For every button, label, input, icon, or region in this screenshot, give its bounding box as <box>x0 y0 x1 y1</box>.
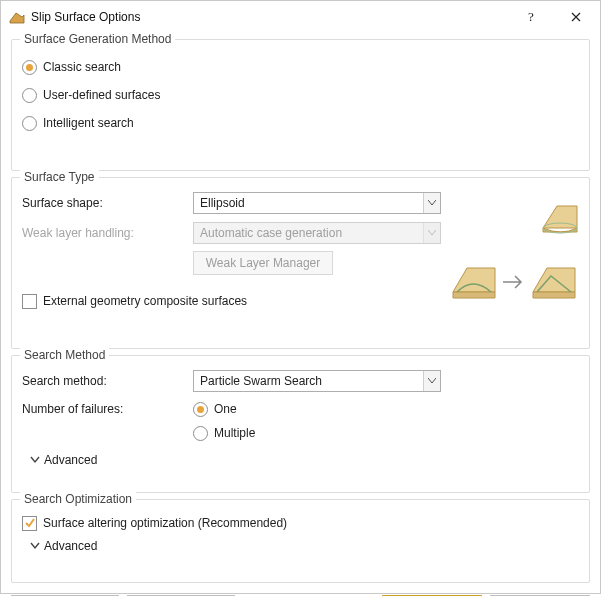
group-search-optimization: Search Optimization Surface altering opt… <box>11 499 590 583</box>
expander-label: Advanced <box>44 539 97 553</box>
help-button[interactable]: ? <box>510 2 554 32</box>
radio-failures-multiple[interactable]: Multiple <box>193 422 255 444</box>
chevron-down-icon <box>423 193 440 213</box>
titlebar: Slip Surface Options ? <box>1 1 600 33</box>
dialog-body: Surface Generation Method Classic search… <box>1 33 600 591</box>
dialog-footer: Filters Defaults... OK Cancel <box>1 591 600 596</box>
radio-icon <box>22 60 37 75</box>
checkbox-icon <box>22 516 37 531</box>
combo-value: Ellipsoid <box>200 196 245 210</box>
radio-label: Classic search <box>43 60 121 74</box>
radio-label: User-defined surfaces <box>43 88 160 102</box>
group-search-optimization-legend: Search Optimization <box>20 492 136 506</box>
group-search-method-legend: Search Method <box>20 348 109 362</box>
combo-search-method[interactable]: Particle Swarm Search <box>193 370 441 392</box>
radio-icon <box>22 116 37 131</box>
checkbox-label: External geometry composite surfaces <box>43 294 247 308</box>
radio-failures-one[interactable]: One <box>193 398 237 420</box>
composite-illustration-icon <box>451 262 581 302</box>
ellipsoid-illustration-icon <box>541 202 581 236</box>
chevron-down-icon <box>423 223 440 243</box>
combo-value: Particle Swarm Search <box>200 374 322 388</box>
combo-value: Automatic case generation <box>200 226 342 240</box>
expander-search-optimization-advanced[interactable]: Advanced <box>30 536 579 556</box>
expander-label: Advanced <box>44 453 97 467</box>
chevron-down-icon <box>423 371 440 391</box>
checkbox-icon <box>22 294 37 309</box>
dialog-title: Slip Surface Options <box>31 10 510 24</box>
radio-label: One <box>214 402 237 416</box>
close-button[interactable] <box>554 2 598 32</box>
label-surface-shape: Surface shape: <box>22 196 187 210</box>
radio-icon <box>193 402 208 417</box>
button-weak-layer-manager: Weak Layer Manager <box>193 251 333 275</box>
radio-classic-search[interactable]: Classic search <box>22 56 579 78</box>
label-search-method: Search method: <box>22 374 187 388</box>
label-weak-layer-handling: Weak layer handling: <box>22 226 187 240</box>
group-surface-generation: Surface Generation Method Classic search… <box>11 39 590 171</box>
radio-label: Multiple <box>214 426 255 440</box>
app-icon <box>9 9 25 25</box>
checkbox-surface-altering-optimization[interactable]: Surface altering optimization (Recommend… <box>22 512 579 534</box>
radio-label: Intelligent search <box>43 116 134 130</box>
svg-text:?: ? <box>528 10 534 24</box>
group-surface-generation-legend: Surface Generation Method <box>20 32 175 46</box>
group-search-method: Search Method Search method: Particle Sw… <box>11 355 590 493</box>
group-surface-type-legend: Surface Type <box>20 170 99 184</box>
radio-user-defined-surfaces[interactable]: User-defined surfaces <box>22 84 579 106</box>
label-number-of-failures: Number of failures: <box>22 402 187 416</box>
group-surface-type: Surface Type Surface shape: Ellipsoid We… <box>11 177 590 349</box>
dialog-window: Slip Surface Options ? Surface Generatio… <box>0 0 601 594</box>
chevron-down-icon <box>30 455 40 465</box>
combo-surface-shape[interactable]: Ellipsoid <box>193 192 441 214</box>
checkbox-label: Surface altering optimization (Recommend… <box>43 516 287 530</box>
expander-search-method-advanced[interactable]: Advanced <box>30 450 579 470</box>
radio-icon <box>22 88 37 103</box>
radio-icon <box>193 426 208 441</box>
combo-weak-layer-handling: Automatic case generation <box>193 222 441 244</box>
chevron-down-icon <box>30 541 40 551</box>
radio-intelligent-search[interactable]: Intelligent search <box>22 112 579 134</box>
